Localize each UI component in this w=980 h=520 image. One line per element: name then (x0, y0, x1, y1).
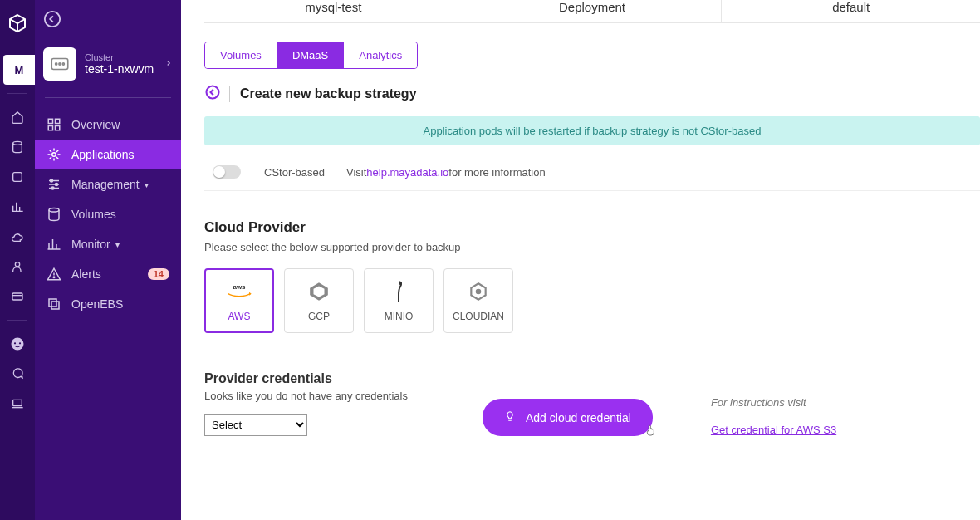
provider-aws[interactable]: aws AWS (204, 268, 274, 333)
sidebar-item-label: OpenEBS (71, 297, 123, 311)
svg-point-16 (62, 63, 64, 65)
sidebar-item-overview[interactable]: Overview (35, 110, 181, 140)
sidebar-item-label: Overview (71, 118, 120, 131)
provider-gcp[interactable]: GCP (284, 268, 354, 333)
user-icon[interactable] (0, 252, 35, 282)
provider-label: AWS (228, 311, 251, 322)
home-icon[interactable] (0, 102, 35, 132)
svg-rect-40 (51, 302, 59, 309)
sidebar-back-icon[interactable] (43, 10, 181, 31)
icon-rail: M (0, 0, 35, 520)
bulb-icon (504, 409, 516, 426)
credentials-title: Provider credentials (204, 371, 408, 386)
sidebar-item-monitor[interactable]: Monitor ▾ (35, 229, 181, 259)
crumb-kind: Deployment (463, 0, 723, 22)
cluster-selector[interactable]: Cluster test-1-nxwvm (35, 42, 181, 86)
provider-label: MINIO (385, 311, 414, 322)
svg-point-41 (207, 86, 219, 99)
sidebar-item-volumes[interactable]: Volumes (35, 199, 181, 229)
breadcrumb: mysql-test Deployment default (204, 0, 980, 23)
svg-point-38 (53, 277, 55, 278)
svg-rect-17 (48, 119, 52, 123)
gcp-icon (308, 279, 330, 304)
svg-point-15 (59, 63, 61, 65)
tab-analytics[interactable]: Analytics (344, 42, 417, 68)
main-content: mysql-test Deployment default Volumes DM… (181, 0, 980, 520)
aws-icon: aws (223, 279, 256, 304)
credentials-sub: Looks like you do not have any credentia… (204, 390, 408, 402)
svg-rect-18 (56, 119, 60, 123)
db-icon[interactable] (0, 132, 35, 162)
back-icon[interactable] (204, 84, 221, 103)
sidebar-item-label: Volumes (71, 208, 116, 221)
add-button-label: Add cloud credential (526, 411, 631, 424)
sidebar-item-alerts[interactable]: Alerts 14 (35, 259, 181, 289)
svg-text:aws: aws (233, 283, 246, 291)
chevron-down-icon: ▾ (115, 240, 120, 249)
minio-icon (390, 279, 407, 304)
svg-point-34 (56, 184, 58, 186)
svg-rect-39 (49, 299, 56, 307)
alerts-badge: 14 (148, 268, 169, 280)
svg-point-9 (19, 342, 21, 344)
svg-point-45 (399, 282, 402, 285)
provider-cloudian[interactable]: CLOUDIAN (443, 268, 513, 333)
svg-rect-5 (12, 293, 22, 300)
title-separator (229, 86, 230, 102)
cluster-name: test-1-nxwvm (85, 62, 154, 76)
svg-point-33 (51, 179, 53, 182)
rail-item-m[interactable]: M (3, 55, 35, 85)
cstor-help-link[interactable]: help.mayadata.io (366, 166, 448, 179)
instructions-label: For instructions visit (711, 396, 836, 409)
chart-icon[interactable] (0, 192, 35, 222)
svg-rect-3 (13, 173, 22, 182)
provider-minio[interactable]: MINIO (364, 268, 434, 333)
provider-label: CLOUDIAN (453, 311, 504, 322)
svg-point-36 (49, 208, 59, 213)
sidebar-item-label: Alerts (71, 267, 101, 281)
sidebar-item-management[interactable]: Management ▾ (35, 169, 181, 199)
sidebar-item-applications[interactable]: Applications (35, 140, 181, 169)
crumb-ns: default (722, 0, 980, 22)
add-cloud-credential-button[interactable]: Add cloud credential (483, 399, 653, 436)
tab-volumes[interactable]: Volumes (205, 42, 277, 68)
page-title: Create new backup strategy (240, 86, 417, 101)
svg-point-21 (52, 153, 56, 157)
cloud-provider-section: Cloud Provider Please select the below s… (204, 219, 980, 333)
cloud-provider-title: Cloud Provider (204, 219, 980, 236)
cstor-toggle[interactable] (213, 165, 241, 179)
chevron-down-icon: ▾ (145, 180, 149, 189)
cloudian-icon (468, 279, 489, 304)
cluster-label: Cluster (85, 52, 154, 62)
instructions-link[interactable]: Get credential for AWS S3 (711, 424, 836, 436)
svg-point-7 (12, 338, 24, 351)
info-banner: Application pods will be restarted if ba… (204, 116, 980, 145)
cursor-icon (644, 423, 658, 441)
cloud-icon[interactable] (0, 222, 35, 252)
sidebar-item-label: Management (71, 178, 140, 191)
svg-rect-13 (51, 59, 68, 70)
svg-point-14 (56, 63, 57, 65)
svg-line-28 (50, 157, 51, 159)
support-icon[interactable] (0, 329, 35, 359)
svg-point-2 (13, 141, 22, 145)
card-icon[interactable] (0, 282, 35, 312)
credentials-select[interactable]: Select (204, 414, 307, 436)
sidebar-item-openebs[interactable]: OpenEBS (35, 289, 181, 319)
cube-icon[interactable] (0, 162, 35, 192)
sidebar: Cluster test-1-nxwvm Overview Applicatio… (35, 0, 181, 520)
sidebar-item-label: Monitor (71, 238, 110, 251)
svg-point-47 (477, 290, 480, 293)
svg-point-35 (51, 187, 54, 189)
laptop-icon[interactable] (0, 389, 35, 419)
tab-dmaas[interactable]: DMaaS (277, 42, 344, 68)
cstor-tail: for more information (448, 166, 545, 179)
logo-icon[interactable] (0, 8, 35, 38)
svg-point-8 (14, 342, 16, 344)
cstor-row: CStor-based Visit help.mayadata.io for m… (204, 154, 980, 191)
provider-label: GCP (308, 311, 330, 322)
chat-icon[interactable] (0, 359, 35, 389)
cstor-label: CStor-based (264, 166, 325, 179)
chevron-right-icon (164, 57, 173, 71)
credentials-section: Provider credentials Looks like you do n… (204, 371, 980, 436)
